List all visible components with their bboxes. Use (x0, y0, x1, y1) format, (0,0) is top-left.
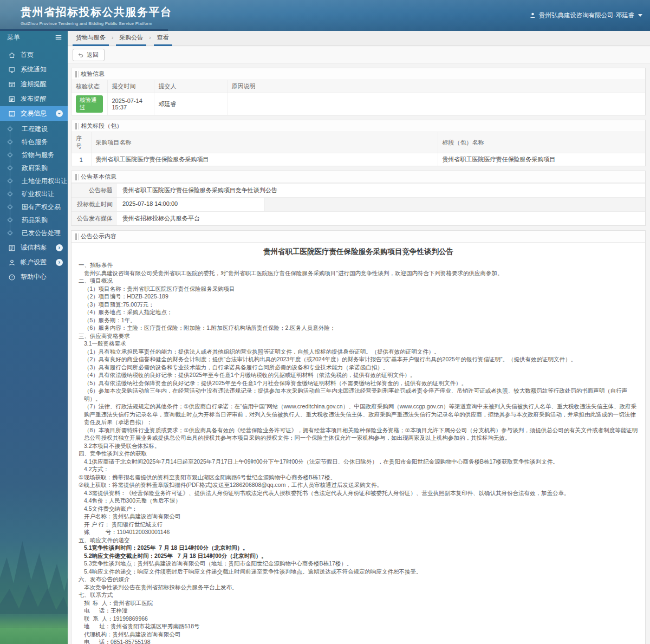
package-name-cell: 贵州省职工医院医疗责任保险服务采购项目 (438, 153, 645, 166)
bid-deadline-value: 2025-07-18 14:00:00 (117, 198, 264, 211)
column-header: 标段（包）名称 (438, 132, 645, 153)
column-header: 采购项目名称 (91, 132, 438, 153)
info-row-media: 公告发布媒体 贵州省招标投标公共服务平台 (72, 211, 645, 225)
announcement-line: （3）具有履行合同所必需的设备和专业技术能力，自行承诺具备履行合同所必需的设备和… (79, 363, 640, 372)
menu-label: 菜单 (7, 33, 20, 42)
user-name: 贵州弘典建设咨询有限公司-邓廷睿 (539, 11, 634, 19)
info-label: 投标截止时间 (72, 198, 117, 211)
question-icon: ? (8, 274, 16, 281)
announcement-line: 5.4响应文件的递交：响应文件须密封后于响应文件递交截止时间前递至竞争性谈判地点… (79, 568, 640, 576)
card-icon (8, 110, 16, 118)
sidebar-item-overdue-reminder[interactable]: 逾期提醒 (0, 77, 68, 92)
sidebar-subitem[interactable]: 药品采购 (0, 213, 68, 226)
back-arrow-icon (77, 52, 84, 58)
table-row: 1 贵州省职工医院医疗责任保险服务采购项目 贵州省职工医院医疗责任保险服务采购项… (72, 153, 645, 166)
announcement-line: （1）具有独立承担民事责任的能力；提供法人或者其他组织的营业执照等证明文件，自然… (79, 348, 640, 356)
announcement-line: 联 系 人：19199869966 (79, 615, 640, 623)
announcement-line: （6）服务内容：主险：医疗责任保险；附加险：1.附加医疗机构场所责任保险；2.医… (79, 324, 640, 332)
announcement-line: 三、供应商资格要求 (79, 332, 640, 340)
sidebar-subitem[interactable]: 政府采购 (0, 161, 68, 174)
row-number-cell: 1 (72, 153, 91, 166)
reason-cell (227, 93, 645, 115)
announcement-line: 3.1一般资格要求 (79, 340, 640, 348)
announcement-heading: 贵州省职工医院医疗责任保险服务采购项目竞争性谈判公告 (72, 243, 645, 261)
announcement-panel-title: 公告公示内容 (72, 231, 645, 243)
notice-title-value: 贵州省职工医院医疗责任保险服务采购项目竞争性谈判公告 (117, 184, 645, 197)
user-icon (529, 12, 536, 19)
announcement-line: 4.2方式： (79, 465, 640, 473)
info-label: 公告发布媒体 (72, 212, 117, 225)
sidebar-subitem[interactable]: 土地使用权出让 (0, 174, 68, 187)
sidebar-item-label: 交易信息 (21, 109, 47, 118)
sidebar-item-label: 帮助中心 (21, 272, 47, 282)
column-header: 核验状态 (72, 80, 107, 93)
sidebar-item-home[interactable]: 首页 (0, 48, 68, 62)
announcement-line: 代理机构：贵州弘典建设咨询有限公司 (79, 630, 640, 639)
packages-panel-title: 相关标段（包） (72, 120, 645, 132)
basic-info-panel-title: 公告基本信息 (72, 171, 645, 183)
monitor-icon (8, 66, 16, 74)
announcement-line: 五、响应文件的递交 (79, 536, 640, 544)
chevron-right-icon (56, 259, 63, 266)
main-area: 货物与服务 › 采购公告 › 查看 返回 核验信息 核验状态 提交时间 提交人 (68, 31, 650, 644)
content-area: 返回 核验信息 核验状态 提交时间 提交人 原因说明 核验通过 (68, 47, 650, 644)
sidebar-item-account-settings[interactable]: 帐户设置 (0, 255, 68, 270)
column-header: 提交人 (154, 80, 227, 93)
sidebar-item-label: 诚信档案 (21, 243, 47, 252)
calendar-icon (8, 81, 16, 88)
info-label: 公告标题 (72, 184, 117, 197)
sidebar-item-notifications[interactable]: 系统通知 (0, 62, 68, 77)
sidebar-subitem[interactable]: 国有产权交易 (0, 200, 68, 213)
announcement-body: 一、招标条件贵州弘典建设咨询有限公司受贵州省职工医院的委托，对“贵州省职工医院医… (72, 261, 645, 644)
announcement-line: 5.2响应文件递交截止时间：2025年 7 月 18 日14时00分（北京时间）… (79, 552, 640, 560)
breadcrumb-item-goods-services[interactable]: 货物与服务 (73, 31, 109, 46)
announcement-line: （2）具有良好的商业信誉和健全的财务会计制度；提供“合法审计机构出具的2023年… (79, 355, 640, 363)
announcement-line: 3.2本项目不接受联合体投标。 (79, 442, 640, 450)
column-header: 提交时间 (107, 80, 154, 93)
announcement-line: 5.1竞争性谈判时间：2025年 7 月 18 日14时00分（北京时间）。 (79, 544, 640, 552)
announcement-line: 4.3需提供资料：《经营保险业务许可证》、提供法人身份证明书或法定代表人授权委托… (79, 489, 640, 497)
sidebar-subitem[interactable]: 货物与服务 (0, 148, 68, 161)
announcement-line: （8）本项目所需特殊行业资质或要求；①供应商具备有效的《经营保险业务许可证》，拥… (79, 426, 640, 442)
announcement-line: ②线上获取：将需提供的资料盖章版扫描件(PDF格式)发送至1286206808@… (79, 481, 640, 489)
sidebar-item-publish-reminder[interactable]: 发布提醒 (0, 92, 68, 106)
verification-status-cell: 核验通过 (72, 93, 107, 115)
submitter-cell: 邓廷睿 (154, 93, 227, 115)
announcement-line: 招 标 人：贵州省职工医院 (79, 599, 640, 607)
announcement-line: 贵州弘典建设咨询有限公司受贵州省职工医院的委托，对“贵州省职工医院医疗责任保险服… (79, 269, 640, 277)
announcement-line: 二、项目概况 (79, 277, 640, 285)
table-header-row: 序号 采购项目名称 标段（包）名称 (72, 132, 645, 153)
sidebar-subitem[interactable]: 已发公告处理 (0, 226, 68, 239)
empty-cell (264, 198, 645, 211)
app-header: 贵州省招标投标公共服务平台 GuiZhou Province Tendering… (0, 0, 650, 31)
announcement-line: 4.1供应商请于北京时间2025年7月14日起至2025年7月17日上午09时0… (79, 458, 640, 466)
breadcrumb: 货物与服务 › 采购公告 › 查看 (68, 31, 650, 46)
sidebar-item-label: 发布提醒 (21, 94, 47, 103)
sidebar-subitem[interactable]: 工程建设 (0, 122, 68, 135)
breadcrumb-item-view[interactable]: 查看 (154, 31, 172, 46)
hamburger-icon[interactable] (55, 34, 62, 41)
user-menu[interactable]: 贵州弘典建设咨询有限公司-邓廷睿 (529, 11, 642, 19)
sidebar: 菜单 首页 系统通知 逾期提醒 发布提醒 交易信息 (0, 31, 68, 644)
announcement-line: （3）项目预算:75.00万元； (79, 301, 640, 309)
sidebar-item-help-center[interactable]: ? 帮助中心 (0, 270, 68, 284)
app-logo: 贵州省招标投标公共服务平台 GuiZhou Province Tendering… (21, 5, 172, 26)
sidebar-subitem[interactable]: 矿业权出让 (0, 187, 68, 200)
toolbar: 返回 (68, 47, 650, 63)
breadcrumb-separator: › (109, 35, 116, 42)
announcement-line: （2）项目编号：HDZB-2025-189 (79, 292, 640, 301)
sidebar-subitem[interactable]: 特色服务 (0, 135, 68, 148)
sidebar-item-label: 帐户设置 (21, 258, 47, 267)
sidebar-item-credit-archive[interactable]: 诚信档案 (0, 240, 68, 255)
archive-icon (8, 244, 16, 252)
sidebar-item-trade-info[interactable]: 交易信息 (0, 106, 68, 121)
announcement-line: 4.5文件费交纳账户： (79, 505, 640, 513)
verification-table: 核验状态 提交时间 提交人 原因说明 核验通过 2025-07-14 15:37… (72, 80, 645, 115)
breadcrumb-item-procurement-notice[interactable]: 采购公告 (116, 31, 146, 46)
announcement-line: （1）项目名称：贵州省职工医院医疗责任保险服务采购项目 (79, 285, 640, 293)
table-row: 核验通过 2025-07-14 15:37 邓廷睿 (72, 93, 645, 115)
submit-time-cell: 2025-07-14 15:37 (107, 93, 154, 115)
back-button[interactable]: 返回 (73, 49, 105, 61)
home-icon (8, 51, 16, 59)
info-row-deadline: 投标截止时间 2025-07-18 14:00:00 (72, 197, 645, 211)
